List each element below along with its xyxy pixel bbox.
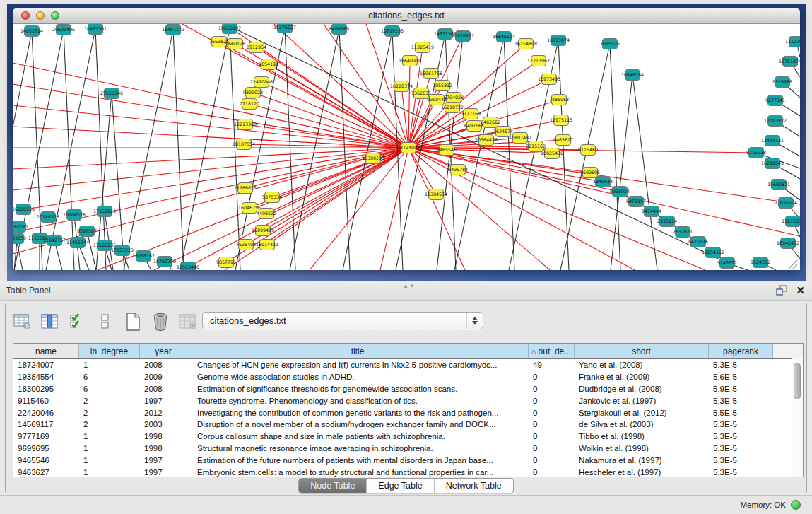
network-node[interactable]: 12213363 (234, 119, 257, 130)
network-node[interactable]: 10653287 (218, 24, 241, 34)
network-node[interactable]: 9495784 (448, 165, 468, 175)
network-node[interactable]: 17016504 (775, 198, 797, 209)
network-node[interactable]: 7485063 (549, 95, 569, 105)
network-node[interactable]: 8912954 (247, 42, 266, 53)
network-node[interactable]: 9899023 (243, 88, 263, 98)
network-node[interactable]: 7625402 (236, 240, 256, 250)
network-node[interactable]: 2935114 (657, 216, 677, 227)
network-view[interactable]: 1405571420691406104673011849717210653287… (13, 24, 800, 270)
table-row[interactable]: 946554611997Estimation of the future num… (13, 454, 803, 466)
float-window-icon[interactable] (776, 285, 787, 296)
network-node[interactable]: 29153346 (100, 88, 123, 99)
table-row[interactable]: 969969511998Structural magnetic resonanc… (13, 443, 803, 455)
network-node[interactable]: 9857791 (216, 257, 236, 268)
network-node[interactable]: 10654112 (702, 247, 724, 258)
table-selector-dropdown[interactable]: citations_edges.txt (202, 312, 483, 329)
network-node[interactable]: 5878334 (262, 192, 282, 203)
table-row[interactable]: 2242004622012Investigating the contribut… (13, 407, 803, 419)
network-node[interactable]: 10719195 (381, 26, 404, 37)
network-node[interactable]: 15692871 (767, 180, 790, 190)
network-node[interactable]: 12975115 (550, 115, 572, 126)
network-node[interactable]: 16648784 (621, 70, 644, 81)
network-node[interactable]: 15276027 (273, 24, 296, 33)
column-header-year[interactable]: year (140, 344, 187, 358)
network-node[interactable]: 12213967 (527, 56, 550, 66)
new-file-icon[interactable] (123, 312, 143, 332)
network-node[interactable]: 9245652 (717, 258, 737, 269)
network-node[interactable]: 9463627 (553, 135, 573, 146)
network-node[interactable]: 7955812 (433, 81, 452, 91)
table-row[interactable]: 1830029562008Estimation of significance … (13, 383, 803, 395)
close-panel-icon[interactable]: ✕ (796, 285, 805, 296)
network-node[interactable]: 7615526 (600, 39, 620, 49)
column-header-in_degree[interactable]: in_degree (79, 344, 140, 358)
column-header-name[interactable]: name (13, 344, 79, 358)
network-node[interactable]: 18313074 (547, 35, 570, 46)
network-node[interactable]: 16961758 (420, 69, 442, 79)
network-node[interactable]: 12444131 (761, 136, 784, 146)
panel-splitter-handle[interactable]: ▲▼ (403, 283, 416, 289)
network-node[interactable]: 16154808 (514, 39, 537, 49)
network-node[interactable]: 20206576 (63, 210, 86, 221)
network-node[interactable]: 16846194 (493, 32, 515, 42)
network-canvas[interactable]: 1405571420691406104673011849717210653287… (13, 24, 800, 270)
network-node[interactable]: 9215938 (746, 148, 766, 158)
network-node[interactable]: 11325419 (411, 42, 434, 53)
network-node[interactable]: 16782759 (153, 257, 176, 267)
network-node[interactable]: 17359924 (93, 206, 116, 217)
network-node[interactable]: 26206556 (13, 204, 35, 215)
network-node[interactable]: 16958167 (132, 251, 155, 262)
network-node[interactable]: 10945422 (777, 238, 799, 249)
network-node[interactable]: 6479197 (626, 197, 646, 207)
network-node[interactable]: 9465546 (437, 145, 457, 156)
resize-grip-icon[interactable] (789, 260, 797, 269)
network-node[interactable]: 9777169 (461, 109, 481, 119)
network-node[interactable]: 6794028 (444, 93, 464, 103)
network-node[interactable]: 8938924 (610, 187, 630, 197)
network-node[interactable]: 9329966 (772, 77, 792, 88)
column-display-icon[interactable] (40, 312, 60, 332)
delete-icon[interactable] (151, 312, 170, 332)
network-node[interactable]: 9227341 (765, 95, 785, 106)
network-node[interactable]: 9597587 (77, 226, 97, 237)
network-node[interactable]: 1654198 (259, 59, 278, 70)
network-node[interactable]: 8471676 (688, 237, 708, 247)
row-mode-icon[interactable] (95, 312, 115, 332)
network-node[interactable]: 16210643 (761, 158, 784, 169)
network-node[interactable]: 11675334 (782, 216, 800, 227)
tab-network-table[interactable]: Network Table (435, 479, 513, 493)
network-node[interactable]: 9524502 (751, 257, 770, 268)
table-row[interactable]: 911546021997Tourette syndrome. Phenomeno… (13, 395, 803, 407)
table-row[interactable]: 1872400712008Changes of HCN gene express… (13, 359, 803, 371)
network-node[interactable]: 6466160 (329, 24, 349, 35)
column-header-pagerank[interactable]: pagerank (709, 344, 773, 358)
network-node[interactable]: 9699695 (580, 168, 600, 178)
network-node[interactable]: 11127533 (785, 37, 800, 47)
column-header-short[interactable]: short (575, 344, 709, 358)
network-node[interactable]: 12093872 (764, 116, 787, 127)
network-node[interactable]: 4498222 (257, 209, 276, 219)
table-row[interactable]: 1456911722003Disruption of a novel membe… (13, 419, 803, 431)
network-window-titlebar[interactable]: citations_edges.txt (13, 8, 800, 24)
network-node[interactable]: 9474444 (642, 206, 661, 217)
table-row[interactable]: 977716911998Corpus callosum shape and si… (13, 431, 803, 443)
column-header-out_de[interactable]: △out_de... (529, 344, 575, 358)
table-row[interactable]: 1938455462009Genome-wide association stu… (13, 371, 803, 383)
network-node[interactable]: 18640910 (399, 56, 421, 66)
network-node[interactable]: 18497172 (162, 25, 184, 35)
network-node[interactable]: 20691406 (52, 25, 75, 35)
network-node[interactable]: 9115460 (578, 145, 598, 156)
select-columns-icon[interactable] (68, 312, 88, 332)
network-node[interactable]: 14055714 (20, 26, 43, 37)
network-node[interactable]: 7632621 (673, 227, 693, 238)
network-node[interactable]: 10467301 (84, 24, 107, 35)
network-node[interactable]: 1393159 (13, 233, 26, 244)
tab-edge-table[interactable]: Edge Table (367, 479, 434, 493)
network-node[interactable]: 16914411 (256, 240, 278, 250)
table-row[interactable]: 946362711997Embryonic stem cells: a mode… (13, 466, 803, 477)
network-node[interactable]: 9285061 (13, 222, 28, 233)
scrollbar-thumb[interactable] (794, 363, 801, 399)
table-settings-icon[interactable] (13, 312, 33, 332)
table-scrollbar[interactable] (792, 358, 803, 477)
tab-node-table[interactable]: Node Table (299, 479, 367, 493)
